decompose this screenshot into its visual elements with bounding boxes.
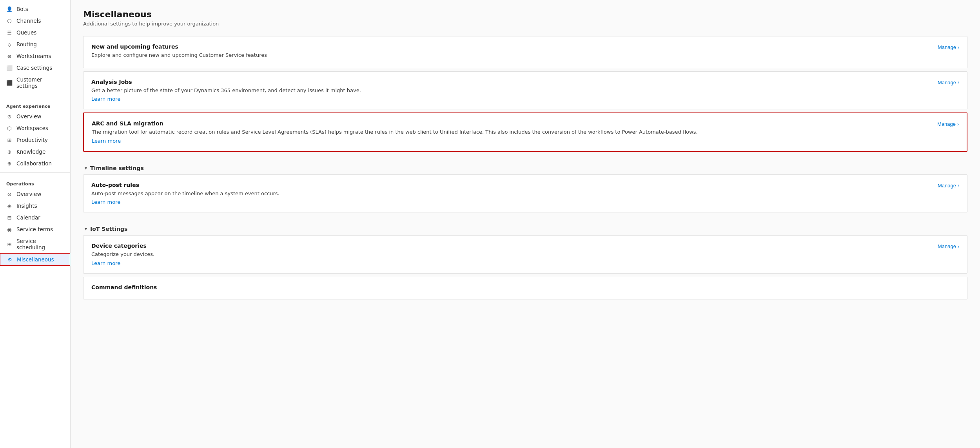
- sidebar-item-routing[interactable]: ◇ Routing: [0, 38, 70, 50]
- op-service-scheduling-icon: ⊞: [6, 241, 13, 247]
- op-miscellaneous-icon: ⚙: [7, 256, 13, 263]
- ae-overview-icon: ⊙: [6, 113, 13, 120]
- card-link-device-categories[interactable]: Learn more: [91, 260, 120, 266]
- sidebar-item-label: Calendar: [16, 214, 40, 221]
- card-desc-new-upcoming: Explore and configure new and upcoming C…: [91, 51, 931, 59]
- section-separator-2: [83, 216, 967, 220]
- agent-experience-header: Agent experience: [0, 98, 70, 111]
- sidebar-item-label: Bots: [16, 6, 28, 12]
- iot-section-label: IoT Settings: [90, 226, 127, 232]
- card-link-analysis-jobs[interactable]: Learn more: [91, 96, 120, 102]
- sidebar-item-label: Insights: [16, 203, 37, 209]
- card-link-auto-post[interactable]: Learn more: [91, 199, 120, 205]
- manage-button-auto-post[interactable]: Manage ›: [938, 182, 959, 189]
- collapse-icon-timeline: ▾: [85, 165, 87, 171]
- sidebar-item-bots[interactable]: 👤 Bots: [0, 3, 70, 15]
- manage-label: Manage: [937, 121, 956, 127]
- sidebar-item-ae-knowledge[interactable]: ⊕ Knowledge: [0, 146, 70, 158]
- card-title-device-categories: Device categories: [91, 243, 931, 249]
- sidebar-item-op-calendar[interactable]: ⊟ Calendar: [0, 212, 70, 223]
- card-analysis-jobs: Analysis Jobs Get a better picture of th…: [83, 71, 967, 110]
- chevron-icon: ›: [957, 122, 959, 127]
- bots-icon: 👤: [6, 6, 13, 12]
- op-service-terms-icon: ◉: [6, 226, 13, 232]
- card-content-arc-sla: ARC and SLA migration The migration tool…: [92, 120, 931, 144]
- manage-label: Manage: [938, 243, 956, 249]
- card-title-command-definitions: Command definitions: [91, 284, 959, 290]
- op-calendar-icon: ⊟: [6, 214, 13, 221]
- card-title-analysis-jobs: Analysis Jobs: [91, 79, 931, 85]
- page-subtitle: Additional settings to help improve your…: [83, 21, 967, 27]
- sidebar-item-label: Queues: [16, 29, 36, 36]
- manage-label: Manage: [938, 183, 956, 189]
- collapse-icon-iot: ▾: [85, 226, 87, 232]
- page-title: Miscellaneous: [83, 9, 967, 19]
- manage-button-new-upcoming[interactable]: Manage ›: [938, 44, 959, 50]
- op-insights-icon: ◈: [6, 203, 13, 209]
- card-desc-analysis-jobs: Get a better picture of the state of you…: [91, 87, 931, 94]
- sidebar-item-op-insights[interactable]: ◈ Insights: [0, 200, 70, 212]
- timeline-section-header[interactable]: ▾ Timeline settings: [83, 160, 967, 174]
- sidebar-item-workstreams[interactable]: ⊕ Workstreams: [0, 50, 70, 62]
- operations-header: Operations: [0, 176, 70, 188]
- agent-experience-section: Agent experience ⊙ Overview ⬡ Workspaces…: [0, 98, 70, 169]
- card-command-definitions: Command definitions: [83, 277, 967, 299]
- sidebar-item-ae-productivity[interactable]: ⊞ Productivity: [0, 134, 70, 146]
- sidebar: 👤 Bots ⬡ Channels ☰ Queues ◇ Routing ⊕ W…: [0, 0, 71, 448]
- sidebar-divider-1: [0, 95, 70, 95]
- sidebar-item-op-miscellaneous[interactable]: ⚙ Miscellaneous: [0, 253, 70, 266]
- chevron-icon: ›: [958, 45, 959, 50]
- manage-button-analysis-jobs[interactable]: Manage ›: [938, 79, 959, 85]
- sidebar-item-ae-workspaces[interactable]: ⬡ Workspaces: [0, 122, 70, 134]
- sidebar-item-label: Service terms: [16, 226, 53, 232]
- sidebar-item-label: Routing: [16, 41, 37, 47]
- main-content: Miscellaneous Additional settings to hel…: [71, 0, 980, 448]
- sidebar-item-label: Overview: [16, 191, 42, 197]
- customer-settings-icon: ⬛: [6, 80, 13, 86]
- channels-icon: ⬡: [6, 18, 13, 24]
- sidebar-item-label: Workspaces: [16, 125, 48, 131]
- workstreams-icon: ⊕: [6, 53, 13, 59]
- card-content-analysis-jobs: Analysis Jobs Get a better picture of th…: [91, 79, 931, 102]
- card-desc-arc-sla: The migration tool for automatic record …: [92, 128, 931, 136]
- sidebar-divider-2: [0, 172, 70, 173]
- card-auto-post: Auto-post rules Auto-post messages appea…: [83, 174, 967, 213]
- manage-button-arc-sla[interactable]: Manage ›: [937, 120, 959, 127]
- sidebar-item-customer-settings[interactable]: ⬛ Customer settings: [0, 74, 70, 92]
- manage-label: Manage: [938, 80, 956, 85]
- card-arc-sla: ARC and SLA migration The migration tool…: [83, 112, 967, 152]
- card-new-upcoming: New and upcoming features Explore and co…: [83, 36, 967, 68]
- routing-icon: ◇: [6, 41, 13, 47]
- manage-button-device-categories[interactable]: Manage ›: [938, 243, 959, 249]
- sidebar-item-case-settings[interactable]: ⬜ Case settings: [0, 62, 70, 74]
- card-desc-auto-post: Auto-post messages appear on the timelin…: [91, 190, 931, 198]
- op-overview-icon: ⊙: [6, 191, 13, 197]
- ae-workspaces-icon: ⬡: [6, 125, 13, 131]
- card-content-device-categories: Device categories Categorize your device…: [91, 243, 931, 266]
- sidebar-item-op-overview[interactable]: ⊙ Overview: [0, 188, 70, 200]
- sidebar-item-label: Collaboration: [16, 160, 52, 167]
- operations-section: Operations ⊙ Overview ◈ Insights ⊟ Calen…: [0, 176, 70, 266]
- iot-section-header[interactable]: ▾ IoT Settings: [83, 220, 967, 235]
- ae-knowledge-icon: ⊕: [6, 149, 13, 155]
- sidebar-item-label: Case settings: [16, 65, 52, 71]
- sidebar-item-op-service-terms[interactable]: ◉ Service terms: [0, 223, 70, 235]
- sidebar-item-ae-collaboration[interactable]: ⊕ Collaboration: [0, 158, 70, 169]
- section-separator-1: [83, 155, 967, 160]
- sidebar-item-label: Channels: [16, 18, 41, 24]
- manage-label: Manage: [938, 44, 956, 50]
- chevron-icon: ›: [958, 244, 959, 249]
- ae-collaboration-icon: ⊕: [6, 160, 13, 167]
- card-content-new-upcoming: New and upcoming features Explore and co…: [91, 44, 931, 61]
- card-title-arc-sla: ARC and SLA migration: [92, 120, 931, 127]
- sidebar-top-section: 👤 Bots ⬡ Channels ☰ Queues ◇ Routing ⊕ W…: [0, 0, 70, 92]
- sidebar-item-label: Knowledge: [16, 149, 45, 155]
- card-content-command-definitions: Command definitions: [91, 284, 959, 292]
- card-link-arc-sla[interactable]: Learn more: [92, 138, 121, 144]
- chevron-icon: ›: [958, 183, 959, 188]
- card-title-new-upcoming: New and upcoming features: [91, 44, 931, 50]
- sidebar-item-ae-overview[interactable]: ⊙ Overview: [0, 111, 70, 122]
- sidebar-item-channels[interactable]: ⬡ Channels: [0, 15, 70, 27]
- sidebar-item-op-service-scheduling[interactable]: ⊞ Service scheduling: [0, 235, 70, 253]
- sidebar-item-queues[interactable]: ☰ Queues: [0, 27, 70, 38]
